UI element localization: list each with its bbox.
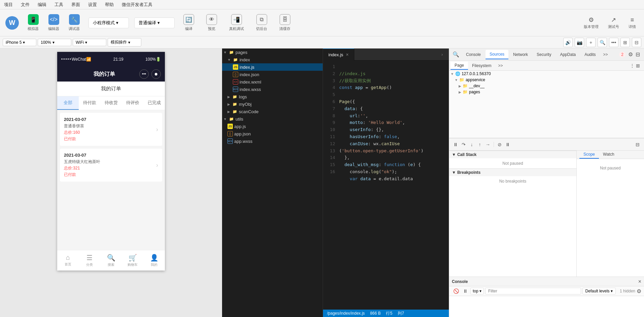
file-myobj-folder[interactable]: ▶ 📁 myObj <box>222 100 323 108</box>
file-logs-folder[interactable]: ▶ 📁 logs <box>222 93 323 100</box>
menu-settings[interactable]: 设置 <box>87 1 98 8</box>
tab-all[interactable]: 全部 <box>57 96 79 110</box>
zoom-select[interactable]: 100% ▾ <box>38 39 71 46</box>
more-nav-icon[interactable]: ••• <box>139 69 149 79</box>
devtools-tabs-more[interactable]: >> <box>601 51 611 58</box>
menu-file[interactable]: 文件 <box>20 1 31 8</box>
devtools-tab-console[interactable]: Console <box>462 50 485 59</box>
dbg-step-over-button[interactable]: ↷ <box>460 141 467 148</box>
cut-back-button[interactable]: ⧉ 切后台 <box>253 12 271 33</box>
collapse-panel-button[interactable]: › <box>438 49 446 61</box>
devtools-dock-icon[interactable]: ⊟ <box>636 51 640 58</box>
menu-project[interactable]: 项目 <box>3 1 14 8</box>
footer-cart[interactable]: 🛒 购物车 <box>122 252 143 268</box>
console-close-icon[interactable]: × <box>638 279 641 285</box>
screenshot-button[interactable]: 📷 <box>575 38 584 47</box>
menu-tools[interactable]: 工具 <box>53 1 65 8</box>
version-mgr-button[interactable]: ⚙ 版本管理 <box>581 15 601 31</box>
file-pages-folder[interactable]: ▼ 📁 pages <box>222 49 323 56</box>
console-content[interactable] <box>449 296 644 317</box>
tab-completed[interactable]: 已完成 <box>143 96 165 110</box>
console-levels-select[interactable]: Default levels ▾ <box>582 288 616 294</box>
src-pages-item[interactable]: ▶ 📁 pages <box>449 89 644 95</box>
dbg-step-out-button[interactable]: ↑ <box>476 141 484 148</box>
test-button[interactable]: ↗ 测试号 <box>605 15 622 31</box>
sources-menu-icon[interactable]: ⋮ <box>630 63 635 68</box>
file-app-json[interactable]: {} app.json <box>222 130 323 137</box>
dbg-step-button[interactable]: → <box>484 141 492 148</box>
devtools-tab-security[interactable]: Security <box>533 50 555 59</box>
devtools-tab-network[interactable]: Network <box>509 50 532 59</box>
order-1-arrow[interactable]: › <box>156 162 158 169</box>
devtools-tab-audits[interactable]: Audits <box>580 50 600 59</box>
devtools-settings-icon[interactable]: ⚙ <box>628 51 633 58</box>
real-device-button[interactable]: 📲 真机调试 <box>226 12 247 33</box>
breakpoints-header[interactable]: ▼ Breakpoints <box>449 169 576 176</box>
search-button[interactable]: 🔍 <box>598 38 607 47</box>
footer-search[interactable]: 🔍 搜索 <box>100 252 122 268</box>
dbg-pause-button[interactable]: ⏸ <box>452 141 459 148</box>
dbg-no-pause-button[interactable]: ⏸ <box>504 141 511 148</box>
sources-tab-page[interactable]: Page <box>451 62 468 70</box>
footer-category[interactable]: ☰ 分类 <box>79 252 100 268</box>
file-app-js[interactable]: JS app.js <box>222 123 323 130</box>
compile-button[interactable]: 🔄 编译 <box>180 12 198 33</box>
console-clear-icon[interactable]: 🚫 <box>452 288 460 294</box>
more-button[interactable]: ••• <box>609 38 618 47</box>
layout-button[interactable]: ⊞ <box>620 38 630 47</box>
editor-tab-index-js[interactable]: index.js × <box>323 49 354 61</box>
dbg-deactivate-button[interactable]: ⊘ <box>496 141 503 148</box>
src-appservice-item[interactable]: ▼ 📁 appservice <box>449 77 644 83</box>
sources-layout-icon[interactable]: ⊞ <box>636 63 640 68</box>
footer-home[interactable]: ⌂ 首页 <box>57 252 79 268</box>
tab-pending-delivery[interactable]: 待收货 <box>100 96 122 110</box>
watch-tab[interactable]: Watch <box>599 151 618 159</box>
tab-pending-review[interactable]: 待评价 <box>122 96 143 110</box>
devtools-tab-sources[interactable]: Sources <box>486 50 508 59</box>
src-dev-item[interactable]: ▶ 📁 __dev__ <box>449 83 644 89</box>
code-content[interactable]: //index.js //获取应用实例 const app = getApp()… <box>336 61 449 310</box>
menu-interface[interactable]: 界面 <box>70 1 81 8</box>
console-settings-icon[interactable]: ⚙ <box>637 288 641 294</box>
file-index-wxml[interactable]: <> index.wxml <box>222 78 323 86</box>
detail-button[interactable]: ≡ 详情 <box>626 15 639 31</box>
compile-select[interactable]: 普通编译 ▾ <box>134 18 175 28</box>
dbg-step-into-button[interactable]: ↓ <box>468 141 475 148</box>
file-index-wxss[interactable]: WX index.wxss <box>222 86 323 93</box>
clear-cache-button[interactable]: 🗄 清缓存 <box>276 12 294 33</box>
console-top-select[interactable]: top ▾ <box>470 288 484 294</box>
device-type-select[interactable]: iPhone 5 ▾ <box>3 39 36 46</box>
inspect-icon[interactable]: 🔍 <box>451 51 461 58</box>
editor-button[interactable]: </> 编辑器 <box>45 12 63 33</box>
sources-tab-filesystem[interactable]: Filesystem <box>468 62 495 69</box>
add-button[interactable]: + <box>586 38 596 47</box>
tab-pending-payment[interactable]: 待付款 <box>79 96 100 110</box>
file-index-folder[interactable]: ▼ 📁 index <box>222 56 323 63</box>
scope-tab[interactable]: Scope <box>579 151 599 159</box>
file-index-json[interactable]: {} index.json <box>222 71 323 78</box>
debugger-button[interactable]: 🔧 调试器 <box>65 12 83 33</box>
file-scancode-folder[interactable]: ▶ 📁 scanCode <box>222 108 323 115</box>
footer-profile[interactable]: 👤 我的 <box>143 252 165 268</box>
dbg-settings-icon[interactable]: ⊟ <box>634 141 641 148</box>
record-nav-icon[interactable]: ⏺ <box>151 69 161 79</box>
file-utils-folder[interactable]: ▼ 📁 utils <box>222 115 323 123</box>
call-stack-header[interactable]: ▼ Call Stack <box>449 151 576 158</box>
file-index-js[interactable]: JS index.js <box>222 63 323 71</box>
preview-button[interactable]: 👁 预览 <box>203 12 220 33</box>
panel-button[interactable]: ⊟ <box>632 38 641 47</box>
operation-select[interactable]: 模拟操作 ▾ <box>108 38 141 46</box>
file-app-wxss[interactable]: WX app.wxss <box>222 137 323 145</box>
order-0-arrow[interactable]: › <box>156 126 158 133</box>
menu-edit[interactable]: 编辑 <box>36 1 48 8</box>
src-ip-item[interactable]: ▼ 🌐 127.0.0.1:56370 <box>449 71 644 77</box>
menu-help[interactable]: 帮助 <box>104 1 115 8</box>
mode-select[interactable]: 小程序模式 ▾ <box>88 18 129 28</box>
network-select[interactable]: WiFi ▾ <box>73 39 106 46</box>
simulator-button[interactable]: 📱 模拟器 <box>24 12 42 33</box>
volume-button[interactable]: 🔊 <box>563 38 573 47</box>
menu-wechat-devtools[interactable]: 微信开发者工具 <box>120 1 154 8</box>
console-filter-input[interactable] <box>485 288 581 294</box>
devtools-tab-appdata[interactable]: AppData <box>556 50 580 59</box>
sources-tabs-more[interactable]: >> <box>495 62 505 69</box>
